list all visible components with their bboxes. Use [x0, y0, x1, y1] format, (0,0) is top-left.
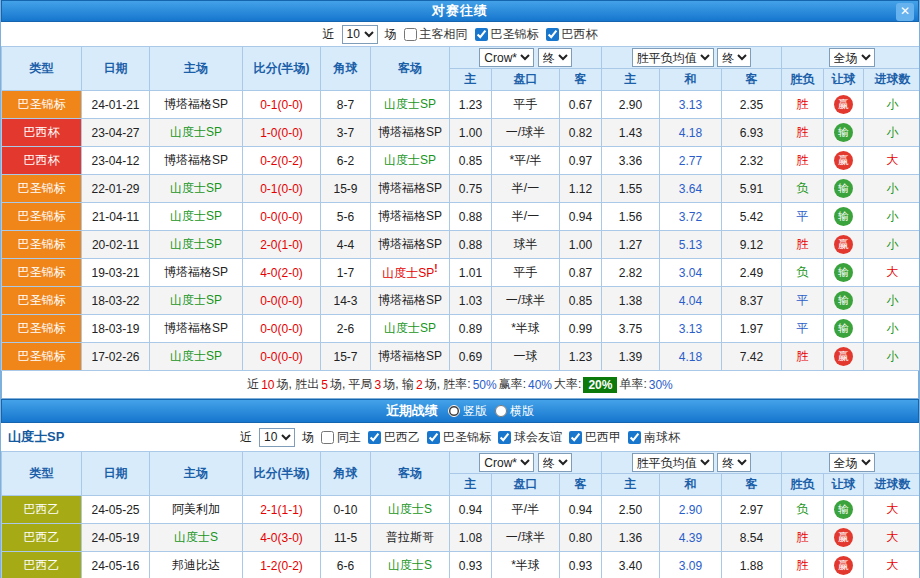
col-handicap: 盘口 [492, 474, 560, 496]
col-asian-away: 客 [560, 69, 602, 91]
layout-radio-input[interactable] [495, 405, 507, 417]
h2h-filter-checkbox[interactable]: 巴西杯 [546, 26, 598, 43]
col-goals: 进球数 [864, 474, 920, 496]
summary-segment: 2 [416, 378, 423, 392]
league-badge: 巴圣锦标 [2, 175, 82, 203]
result: 胜 [782, 231, 824, 259]
draw-odds: 4.18 [660, 343, 722, 371]
recent-filter-checkbox-input[interactable] [321, 431, 334, 444]
away-team: 博塔福格SP [371, 231, 450, 259]
asian-away-odds: 0.80 [560, 524, 602, 552]
layout-radio[interactable]: 竖版 [448, 403, 487, 420]
recent-filter-checkbox[interactable]: 同主 [321, 429, 361, 446]
away-team: 山度士SP [371, 147, 450, 175]
h2h-filter-checkbox[interactable]: 主客相同 [404, 26, 468, 43]
summary-segment: 场, 输 [383, 376, 414, 393]
avg-source-select[interactable]: 胜平负均值 [632, 48, 714, 67]
odds-time-select-2[interactable]: 终 [538, 453, 572, 472]
recent-filter-checkbox-input[interactable] [427, 431, 440, 444]
h2h-filter-checkbox-input[interactable] [404, 28, 417, 41]
h2h-filter-checkbox-input[interactable] [546, 28, 559, 41]
near-count-select[interactable]: 10 [342, 25, 378, 44]
layout-radio[interactable]: 横版 [495, 403, 534, 420]
away-team: 博塔福格SP [371, 287, 450, 315]
win-odds: 3.40 [602, 552, 660, 578]
result: 胜 [782, 119, 824, 147]
draw-odds: 3.13 [660, 315, 722, 343]
handicap-result-badge: 赢 [834, 95, 853, 114]
summary-segment: 场, 平局 [330, 376, 373, 393]
asian-handicap: 平手 [492, 91, 560, 119]
recent-filter-checkbox-input[interactable] [628, 431, 641, 444]
asian-home-odds: 0.88 [450, 203, 492, 231]
score: 0-1(0-0) [243, 175, 321, 203]
recent-filter-checkbox[interactable]: 球会友谊 [498, 429, 562, 446]
asian-away-odds: 0.94 [560, 203, 602, 231]
corners: 8-7 [321, 91, 371, 119]
checkbox-label: 同主 [337, 429, 361, 446]
asian-away-odds: 1.12 [560, 175, 602, 203]
scope-select-2[interactable]: 全场 [829, 453, 875, 472]
corners: 5-6 [321, 203, 371, 231]
result: 负 [782, 175, 824, 203]
home-team: 山度士S [150, 524, 243, 552]
score: 1-0(0-0) [243, 119, 321, 147]
result: 平 [782, 315, 824, 343]
match-date: 17-02-26 [82, 343, 150, 371]
h2h-filter-checkbox[interactable]: 巴圣锦标 [475, 26, 539, 43]
odds-time-select[interactable]: 终 [538, 48, 572, 67]
col-rang: 让球 [824, 69, 864, 91]
summary-segment: 30% [649, 378, 673, 392]
avg-source-select-2[interactable]: 胜平负均值 [632, 453, 714, 472]
league-badge: 巴西乙 [2, 552, 82, 578]
asian-away-odds: 0.97 [560, 147, 602, 175]
recent-filter-checkbox[interactable]: 巴圣锦标 [427, 429, 491, 446]
corners: 15-9 [321, 175, 371, 203]
result: 胜 [782, 524, 824, 552]
win-odds: 2.90 [602, 91, 660, 119]
asian-away-odds: 0.82 [560, 119, 602, 147]
h2h-filter-checkboxes: 主客相同巴圣锦标巴西杯 [404, 26, 598, 43]
avg-time-select-2[interactable]: 终 [717, 453, 751, 472]
match-date: 23-04-27 [82, 119, 150, 147]
odds-company-select-2[interactable]: Crow* [479, 453, 534, 472]
col-draw: 和 [660, 474, 722, 496]
col-date: 日期 [82, 452, 150, 496]
recent-filter-checkbox-input[interactable] [368, 431, 381, 444]
odds-company-select[interactable]: Crow* [479, 48, 534, 67]
asian-handicap: 半/一 [492, 175, 560, 203]
h2h-table-body: 巴圣锦标24-01-21博塔福格SP0-1(0-0)8-7山度士SP1.23平手… [2, 91, 920, 371]
draw-odds: 3.13 [660, 91, 722, 119]
layout-radio-input[interactable] [448, 405, 460, 417]
recent-filterbar: 山度士SP 近 10 场 同主巴西乙巴圣锦标球会友谊巴西甲南球杯 [1, 423, 919, 451]
score: 0-0(0-0) [243, 287, 321, 315]
corners: 4-4 [321, 231, 371, 259]
handicap-result-badge: 赢 [834, 235, 853, 254]
score: 1-2(0-2) [243, 552, 321, 578]
col-lose: 客 [722, 69, 782, 91]
recent-filter-checkbox[interactable]: 南球杯 [628, 429, 680, 446]
result: 胜 [782, 343, 824, 371]
h2h-filter-checkbox-input[interactable] [475, 28, 488, 41]
corners: 6-2 [321, 147, 371, 175]
close-icon[interactable]: ✕ [896, 3, 914, 21]
recent-filter-checkbox-input[interactable] [569, 431, 582, 444]
near-count-select-2[interactable]: 10 [259, 428, 295, 447]
corners: 3-7 [321, 119, 371, 147]
recent-filter-checkbox-input[interactable] [498, 431, 511, 444]
avg-time-select[interactable]: 终 [717, 48, 751, 67]
recent-filter-checkbox[interactable]: 巴西乙 [368, 429, 420, 446]
handicap-result: 赢 [824, 91, 864, 119]
asian-handicap: 球半 [492, 231, 560, 259]
scope-select[interactable]: 全场 [829, 48, 875, 67]
asian-handicap: 一/球半 [492, 287, 560, 315]
draw-odds: 2.77 [660, 147, 722, 175]
asian-home-odds: 1.08 [450, 524, 492, 552]
lose-odds: 5.42 [722, 203, 782, 231]
col-home: 主场 [150, 47, 243, 91]
away-team: 山度士SP [371, 91, 450, 119]
recent-filter-checkbox[interactable]: 巴西甲 [569, 429, 621, 446]
win-odds: 1.27 [602, 231, 660, 259]
handicap-result: 赢 [824, 552, 864, 578]
handicap-result: 赢 [824, 147, 864, 175]
